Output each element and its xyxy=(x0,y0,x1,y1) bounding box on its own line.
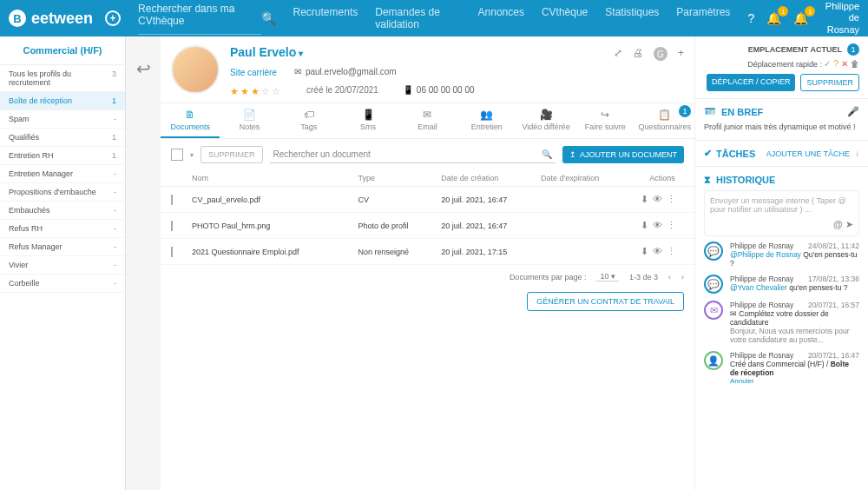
nav-recrutements[interactable]: Recrutements xyxy=(293,6,358,30)
sidebar-item[interactable]: Refus Manager- xyxy=(0,238,125,256)
entretien-icon: 👥 xyxy=(461,109,513,121)
email[interactable]: paul.ervelo@gmail.com xyxy=(306,67,397,76)
sidebar-item[interactable]: Propositions d'embauche- xyxy=(0,183,125,202)
question-icon[interactable]: ? xyxy=(833,59,838,69)
task-dropdown-icon[interactable]: ↓ xyxy=(855,149,859,158)
g-icon[interactable]: G xyxy=(654,47,667,61)
nav-parametres[interactable]: Paramètres xyxy=(676,6,730,30)
sidebar-item[interactable]: Entretien RH1 xyxy=(0,147,125,165)
main-nav: Recrutements Demandes de validation Anno… xyxy=(293,6,731,30)
sidebar-item[interactable]: Embauchés- xyxy=(0,202,125,220)
tab-tags[interactable]: 🏷Tags xyxy=(279,103,339,138)
sidebar-item[interactable]: Spam- xyxy=(0,110,125,129)
sidebar-item[interactable]: Qualifiés1 xyxy=(0,129,125,147)
help-icon[interactable]: ? xyxy=(747,11,754,25)
eye-icon[interactable]: 👁 xyxy=(653,220,662,231)
logo-b-icon: B xyxy=(9,10,26,27)
supprimer-button[interactable]: SUPPRIMER xyxy=(800,74,859,91)
sidebar-item[interactable]: Corbeille- xyxy=(0,275,125,293)
per-page-select[interactable]: 10 ▾ xyxy=(596,272,619,281)
logo[interactable]: Beetween + xyxy=(9,10,121,28)
search-document-input[interactable]: Rechercher un document 🔍 xyxy=(270,146,556,163)
x-icon[interactable]: ✕ xyxy=(841,59,848,69)
tab-faire-suivre[interactable]: ↪Faire suivre xyxy=(575,103,635,138)
tab-badge: 1 xyxy=(679,105,691,117)
sidebar-item[interactable]: Entretien Manager- xyxy=(0,165,125,183)
expand-icon[interactable]: ⤢ xyxy=(614,47,622,61)
sidebar-item[interactable]: Refus RH- xyxy=(0,220,125,238)
search-icon[interactable]: 🔍 xyxy=(261,11,276,25)
cancel-link[interactable]: Annuler xyxy=(730,377,859,385)
more-icon[interactable]: ⋮ xyxy=(667,246,676,257)
bell2-icon[interactable]: 🔔1 xyxy=(793,11,808,25)
print-icon[interactable]: 🖨 xyxy=(633,47,643,61)
eye-icon[interactable]: 👁 xyxy=(653,246,662,257)
row-checkbox[interactable] xyxy=(171,195,173,205)
download-icon[interactable]: ⬇ xyxy=(641,220,648,231)
download-icon[interactable]: ⬇ xyxy=(641,246,648,257)
move-copy-button[interactable]: DÉPLACER / COPIER xyxy=(707,74,796,91)
upload-icon: ↥ xyxy=(569,150,576,159)
row-checkbox[interactable] xyxy=(171,221,173,231)
tab-video[interactable]: 🎥Vidéo différée xyxy=(516,103,575,138)
email-icon: ✉ xyxy=(401,109,453,121)
sidebar-title[interactable]: Commercial (H/F) xyxy=(0,36,125,65)
search-doc-icon: 🔍 xyxy=(542,149,552,159)
profile-header: Paul Ervelo Site carrière ✉paul.ervelo@g… xyxy=(161,36,694,103)
avatar[interactable] xyxy=(171,45,220,94)
more-icon[interactable]: ⋮ xyxy=(667,194,676,205)
timeline-icon: 💬 xyxy=(704,242,723,261)
prev-page-icon[interactable]: ‹ xyxy=(668,273,671,281)
check-icon[interactable]: ✓ xyxy=(824,59,831,69)
timeline-item: 💬Philippe de Rosnay24/08/21, 11:42@Phili… xyxy=(704,242,859,268)
row-checkbox[interactable] xyxy=(171,247,173,257)
rating-stars[interactable]: ★★★☆☆ xyxy=(230,86,282,97)
brief-text: Profil junior mais très dynamique et mot… xyxy=(695,122,868,140)
sidebar-item[interactable]: Tous les profils du recrutement3 xyxy=(0,65,125,92)
download-icon[interactable]: ⬇ xyxy=(641,194,648,205)
more-icon[interactable]: ⋮ xyxy=(667,220,676,231)
tab-documents[interactable]: 🗎Documents xyxy=(161,103,220,138)
tab-email[interactable]: ✉Email xyxy=(398,103,457,138)
tab-notes[interactable]: 📄Notes xyxy=(220,103,279,138)
forward-icon: ↪ xyxy=(579,109,631,121)
send-icon[interactable]: ➤ xyxy=(845,219,853,229)
nav-cvtheque[interactable]: CVthèque xyxy=(542,6,588,30)
add-document-button[interactable]: ↥AJOUTER UN DOCUMENT xyxy=(562,146,684,163)
mail-icon: ✉ xyxy=(294,67,301,76)
timeline-icon: 👤 xyxy=(704,351,723,370)
main-content: Paul Ervelo Site carrière ✉paul.ervelo@g… xyxy=(161,36,694,490)
nav-statistiques[interactable]: Statistiques xyxy=(605,6,659,30)
sms-icon: 📱 xyxy=(342,109,394,121)
id-icon: 🪪 xyxy=(704,106,716,117)
plus-profile-icon[interactable]: + xyxy=(678,47,684,61)
phone: 06 00 00 00 00 xyxy=(417,85,475,95)
timeline-item: ✉Philippe de Rosnay20/07/21, 16:57✉ Comp… xyxy=(704,301,859,344)
select-all-checkbox[interactable] xyxy=(171,149,183,161)
site-link[interactable]: Site carrière xyxy=(230,68,277,77)
page-range: 1-3 de 3 xyxy=(629,273,658,281)
select-dropdown-icon[interactable]: ▾ xyxy=(190,151,194,159)
back-arrow-icon[interactable]: ↩ xyxy=(136,58,151,79)
tab-sms[interactable]: 📱Sms xyxy=(339,103,398,138)
eye-icon[interactable]: 👁 xyxy=(653,194,662,205)
trash-icon[interactable]: 🗑 xyxy=(851,59,859,69)
plus-icon[interactable]: + xyxy=(105,10,121,26)
sidebar-item[interactable]: Boîte de réception1 xyxy=(0,92,125,110)
generate-contract-button[interactable]: GÉNÉRER UN CONTRAT DE TRAVAIL xyxy=(527,292,684,311)
nav-annonces[interactable]: Annonces xyxy=(478,6,524,30)
internal-message-input[interactable]: Envoyer un message interne ( Taper @ pou… xyxy=(704,190,859,236)
add-task-link[interactable]: AJOUTER UNE TÂCHE xyxy=(766,149,850,158)
delete-button[interactable]: SUPPRIMER xyxy=(201,146,263,163)
mic-icon[interactable]: 🎤 xyxy=(847,106,859,117)
tab-entretien[interactable]: 👥Entretien xyxy=(457,103,516,138)
at-icon[interactable]: @ xyxy=(833,219,843,229)
user-menu[interactable]: Philippe de Rosnay xyxy=(820,1,859,36)
header-search[interactable]: Rechercher dans ma CVthèque xyxy=(138,3,260,35)
sidebar-item[interactable]: Vivier- xyxy=(0,256,125,275)
brand-text: eetween xyxy=(31,10,93,28)
next-page-icon[interactable]: › xyxy=(681,273,684,281)
nav-demandes[interactable]: Demandes de validation xyxy=(375,6,460,30)
location-count: 1 xyxy=(847,43,859,56)
bell-icon[interactable]: 🔔1 xyxy=(766,11,781,25)
